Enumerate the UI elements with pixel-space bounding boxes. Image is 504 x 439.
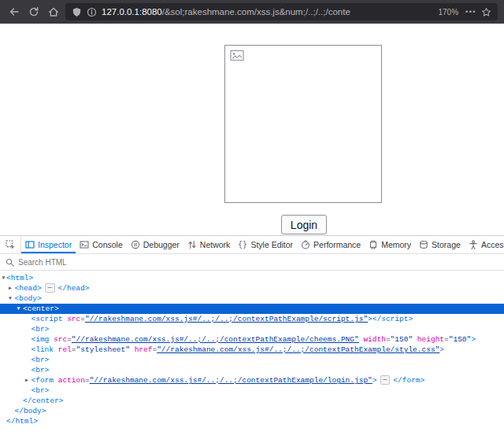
markup-token: </body> xyxy=(15,407,46,415)
markup-line[interactable]: ▶<head>⋯</head> xyxy=(0,283,504,293)
shield-icon[interactable] xyxy=(72,7,82,17)
home-icon[interactable] xyxy=(46,4,61,20)
markup-line[interactable]: <link rel="stylesheet" href="//rakeshman… xyxy=(0,345,504,355)
broken-image-icon xyxy=(230,50,244,61)
url-path: /&sol;rakeshmane.com/xss.js&num;/..;/..;… xyxy=(162,7,350,17)
markup-token: <center> xyxy=(23,304,59,313)
tab-accessibility[interactable]: Accessibility xyxy=(465,236,504,253)
markup-line[interactable]: <img src="//rakeshmane.com/xss.js#/..;/.… xyxy=(0,334,504,345)
tab-label: Memory xyxy=(381,240,411,249)
tab-label: Accessibility xyxy=(481,240,504,249)
accessibility-icon xyxy=(469,240,478,249)
expand-arrow-icon[interactable]: ▶ xyxy=(7,283,14,293)
tab-label: Performance xyxy=(313,240,361,249)
url-text: 127.0.0.1:8080/&sol;rakeshmane.com/xss.j… xyxy=(102,7,431,17)
markup-token: <br> xyxy=(32,366,50,374)
search-input[interactable] xyxy=(18,258,498,267)
devtools-panel: InspectorConsoleDebuggerNetwork{}Style E… xyxy=(0,235,504,439)
markup-token: "150" xyxy=(449,335,472,344)
console-icon xyxy=(80,240,89,249)
info-icon[interactable] xyxy=(87,7,97,17)
markup-token: rel xyxy=(58,345,72,354)
markup-line[interactable]: ▶<form action="//rakeshmane.com/xss.js#/… xyxy=(0,375,504,386)
page-content: Login xyxy=(0,24,504,235)
search-icon xyxy=(6,258,14,267)
tab-label: Debugger xyxy=(143,240,180,249)
collapse-arrow-icon[interactable]: ▼ xyxy=(7,293,14,304)
reload-icon[interactable] xyxy=(26,4,42,20)
markup-token: </center> xyxy=(23,397,63,405)
expand-arrow-icon[interactable]: ▶ xyxy=(24,375,31,386)
markup-line[interactable]: ▼<body> xyxy=(0,293,504,304)
tab-label: Network xyxy=(200,240,231,249)
tab-style-editor[interactable]: {}Style Editor xyxy=(234,236,297,253)
tab-label: Storage xyxy=(432,240,461,249)
zoom-indicator[interactable]: 170% xyxy=(435,7,461,17)
markup-token: height xyxy=(417,335,444,344)
performance-icon xyxy=(301,240,310,249)
markup-token: </html> xyxy=(6,417,38,426)
memory-icon xyxy=(369,240,378,249)
tab-label: Style Editor xyxy=(250,240,293,249)
storage-icon xyxy=(419,240,428,249)
markup-token: </form> xyxy=(393,376,424,385)
tab-performance[interactable]: Performance xyxy=(297,236,365,253)
tab-label: Inspector xyxy=(38,240,72,249)
markup-view: ▼<html>▶<head>⋯</head>▼<body>▼<center><s… xyxy=(0,271,504,426)
markup-token: <img xyxy=(32,335,50,344)
markup-token: <br> xyxy=(32,356,50,364)
markup-token: "//rakeshmane.com/xss.js#/..;/..;/contex… xyxy=(85,315,368,323)
markup-line[interactable]: ▼<center> xyxy=(0,304,504,314)
markup-token: > xyxy=(439,345,444,354)
collapse-arrow-icon[interactable]: ▼ xyxy=(15,304,22,314)
markup-line[interactable]: <br> xyxy=(0,365,504,375)
markup-token: "//rakeshmane.com/xss.js#/..;/..;/contex… xyxy=(72,335,359,344)
style-editor-icon: {} xyxy=(238,240,247,249)
markup-line[interactable]: </body> xyxy=(0,406,504,416)
tab-inspector[interactable]: Inspector xyxy=(21,236,76,253)
debugger-icon xyxy=(131,240,140,249)
svg-text:{}: {} xyxy=(238,240,247,249)
markup-token: <form xyxy=(32,376,54,385)
browser-toolbar: 127.0.0.1:8080/&sol;rakeshmane.com/xss.j… xyxy=(0,0,504,24)
collapsed-content-badge[interactable]: ⋯ xyxy=(45,283,55,293)
markup-line[interactable]: <br> xyxy=(0,355,504,365)
markup-token: width xyxy=(363,335,386,344)
inspector-icon xyxy=(25,240,35,249)
back-icon[interactable] xyxy=(6,4,22,20)
tab-storage[interactable]: Storage xyxy=(415,236,465,253)
page-actions-icon[interactable]: ••• xyxy=(465,8,476,16)
tab-debugger[interactable]: Debugger xyxy=(127,236,183,253)
markup-token: href xyxy=(135,345,153,354)
collapsed-content-badge[interactable]: ⋯ xyxy=(380,375,391,385)
markup-token: <html> xyxy=(6,274,33,282)
collapse-arrow-icon[interactable]: ▼ xyxy=(0,273,7,283)
markup-line[interactable]: </html> xyxy=(0,416,504,426)
markup-token: <script xyxy=(32,315,63,323)
pick-element-icon[interactable] xyxy=(0,236,21,253)
markup-line[interactable]: <script src="//rakeshmane.com/xss.js#/..… xyxy=(0,314,504,324)
markup-token: "stylesheet" xyxy=(76,345,130,354)
broken-image-placeholder xyxy=(224,45,382,203)
markup-token: <link xyxy=(32,345,54,354)
markup-line[interactable]: <br> xyxy=(0,324,504,334)
markup-token: </head> xyxy=(58,284,90,293)
login-button[interactable]: Login xyxy=(281,215,327,234)
tab-console[interactable]: Console xyxy=(76,236,127,253)
devtools-tabbar: InspectorConsoleDebuggerNetwork{}Style E… xyxy=(0,236,504,254)
tab-network[interactable]: Network xyxy=(183,236,235,253)
markup-line[interactable]: </center> xyxy=(0,396,504,406)
network-icon xyxy=(187,240,197,249)
markup-token: action xyxy=(58,376,85,385)
tab-memory[interactable]: Memory xyxy=(365,236,415,253)
markup-line[interactable]: ▼<html> xyxy=(0,273,504,283)
tab-label: Console xyxy=(92,240,123,249)
bookmark-star-icon[interactable] xyxy=(481,7,491,17)
url-host: 127.0.0.1:8080 xyxy=(102,7,162,17)
url-bar[interactable]: 127.0.0.1:8080/&sol;rakeshmane.com/xss.j… xyxy=(65,3,498,20)
markup-token: <br> xyxy=(32,386,50,395)
markup-token: "150" xyxy=(391,335,413,344)
markup-line[interactable]: <br> xyxy=(0,386,504,396)
markup-token: > xyxy=(471,335,476,344)
markup-token: src xyxy=(54,335,67,344)
